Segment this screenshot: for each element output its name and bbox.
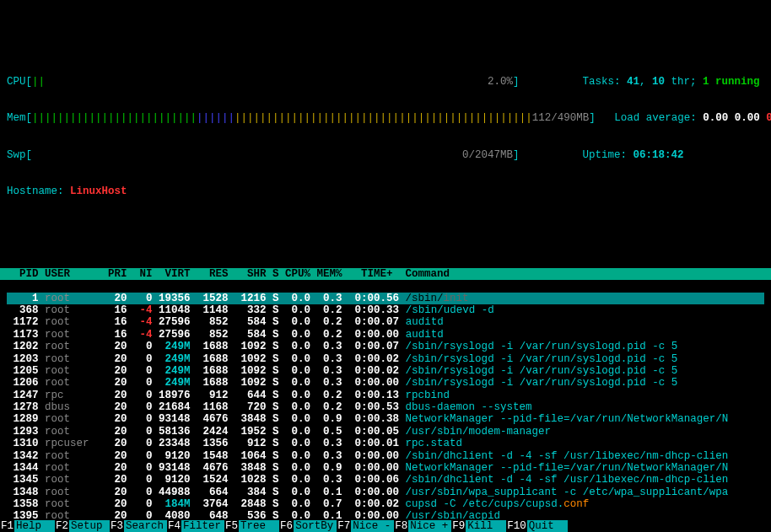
process-row[interactable]: 1202 root 20 0 249M 1688 1092 S 0.0 0.3 … <box>7 341 764 352</box>
process-row[interactable]: 1172 root 16 -4 27596 852 584 S 0.0 0.2 … <box>7 316 764 328</box>
process-row[interactable]: 1310 rpcuser 20 0 23348 1356 912 S 0.0 0… <box>7 438 764 449</box>
hostname: Hostname: LinuxHost <box>7 185 764 197</box>
process-row[interactable]: 1289 root 20 0 93148 4676 3848 S 0.0 0.9… <box>7 413 764 425</box>
process-row[interactable]: 1358 root 20 0 184M 3764 2848 S 0.0 0.7 … <box>7 498 764 510</box>
swap-meter: Swp[0/2047MB] <box>7 149 563 161</box>
fkey-search[interactable]: F3Search <box>110 520 167 532</box>
process-row[interactable]: 1247 rpc 20 0 18976 912 644 S 0.0 0.2 0:… <box>7 390 764 401</box>
header: CPU[||2.0%] Tasks: 41, 10 thr; 1 running… <box>0 49 771 212</box>
tasks-summary: Tasks: 41, 10 thr; 1 running <box>563 76 764 88</box>
fkey-filter[interactable]: F4Filter <box>167 520 224 532</box>
process-row[interactable]: 1293 root 20 0 58136 2424 1952 S 0.0 0.5… <box>7 426 764 438</box>
load-average: Load average: 0.00 0.00 0.00 <box>596 112 771 124</box>
column-headers[interactable]: PID USER PRI NI VIRT RES SHR S CPU% MEM%… <box>0 268 771 280</box>
fkey-nice[interactable]: F8Nice + <box>394 520 451 532</box>
process-list[interactable]: 1 root 20 0 19356 1528 1216 S 0.0 0.3 0:… <box>0 293 771 532</box>
process-row[interactable]: 1345 root 20 0 9120 1524 1028 S 0.0 0.3 … <box>7 474 764 486</box>
uptime: Uptime: 06:18:42 <box>563 149 764 161</box>
fkey-setup[interactable]: F2Setup <box>55 520 110 532</box>
process-row[interactable]: 1348 root 20 0 44988 664 384 S 0.0 0.1 0… <box>7 486 764 498</box>
process-row[interactable]: 1203 root 20 0 249M 1688 1092 S 0.0 0.3 … <box>7 353 764 365</box>
process-row[interactable]: 1205 root 20 0 249M 1688 1092 S 0.0 0.3 … <box>7 365 764 377</box>
process-row[interactable]: 1173 root 16 -4 27596 852 584 S 0.0 0.2 … <box>7 329 764 341</box>
fkey-kill[interactable]: F9Kill <box>451 520 506 532</box>
fkey-nice[interactable]: F7Nice - <box>337 520 394 532</box>
process-row[interactable]: 1342 root 20 0 9120 1548 1064 S 0.0 0.3 … <box>7 450 764 462</box>
process-row[interactable]: 1 root 20 0 19356 1528 1216 S 0.0 0.3 0:… <box>7 293 764 304</box>
fkey-tree[interactable]: F5Tree <box>224 520 279 532</box>
function-keys: F1HelpF2SetupF3SearchF4FilterF5TreeF6Sor… <box>0 520 771 532</box>
fkey-sortby[interactable]: F6SortBy <box>279 520 337 532</box>
fkey-help[interactable]: F1Help <box>0 520 55 532</box>
mem-meter: Mem[||||||||||||||||||||||||||||||||||||… <box>7 112 596 124</box>
process-row[interactable]: 1278 dbus 20 0 21684 1168 720 S 0.0 0.2 … <box>7 401 764 413</box>
process-row[interactable]: 1206 root 20 0 249M 1688 1092 S 0.0 0.3 … <box>7 377 764 389</box>
process-row[interactable]: 1344 root 20 0 93148 4676 3848 S 0.0 0.9… <box>7 462 764 474</box>
process-row[interactable]: 368 root 16 -4 11048 1148 332 S 0.0 0.2 … <box>7 304 764 316</box>
fkey-quit[interactable]: F10Quit <box>506 520 568 532</box>
cpu-meter: CPU[||2.0%] <box>7 76 563 88</box>
